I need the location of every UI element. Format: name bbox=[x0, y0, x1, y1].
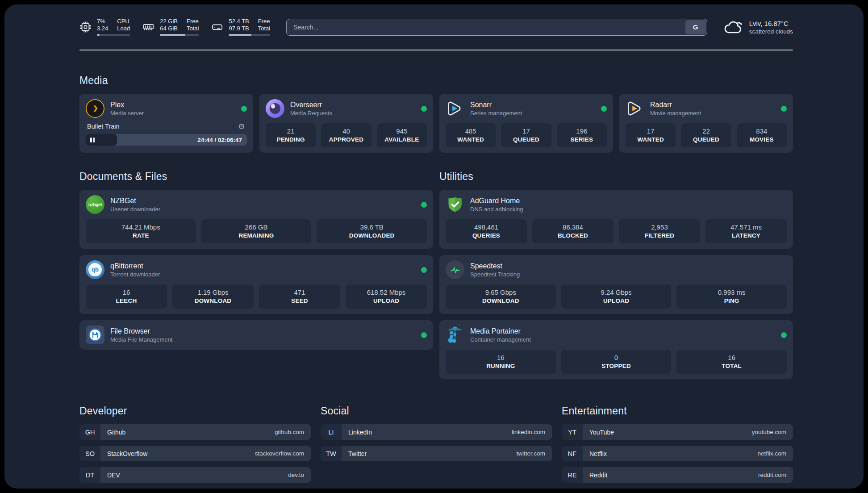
disk-total-label: Total bbox=[258, 25, 270, 32]
stat-label: SERIES bbox=[559, 136, 605, 143]
cpu-label: CPU bbox=[117, 18, 130, 25]
search-input[interactable] bbox=[286, 19, 707, 36]
status-online-dot bbox=[421, 106, 427, 112]
bookmark-github[interactable]: GH Github github.com bbox=[79, 424, 311, 440]
stat-value: 86,384 bbox=[534, 223, 612, 231]
bookmark-abbr: RE bbox=[562, 467, 583, 483]
speedtest-icon bbox=[446, 260, 464, 279]
adguard-icon bbox=[446, 195, 464, 214]
stat-running: 16 RUNNING bbox=[446, 350, 556, 374]
disk-progress bbox=[229, 34, 270, 36]
app-card-plex[interactable]: Plex Media server Bullet Train bbox=[79, 94, 253, 153]
disk-stat: 52.4 TB 97.9 TB Free Total bbox=[211, 18, 270, 36]
pause-icon bbox=[90, 138, 95, 142]
stat-label: PING bbox=[678, 297, 785, 304]
stat-label: WANTED bbox=[447, 136, 494, 143]
bookmark-stackoverflow[interactable]: SO StackOverflow stackoverflow.com bbox=[79, 446, 311, 461]
bookmark-linkedin[interactable]: LI LinkedIn linkedin.com bbox=[321, 424, 552, 440]
bookmark-abbr: SO bbox=[79, 446, 100, 461]
app-description: DNS and adblocking bbox=[470, 206, 523, 213]
app-card-sonarr[interactable]: Sonarr Series management 485 WANTED 17 Q… bbox=[439, 94, 613, 153]
stat-value: 1.19 Gbps bbox=[174, 288, 252, 296]
app-card-adguard[interactable]: AdGuard Home DNS and adblocking 498,461 … bbox=[439, 190, 793, 249]
cpu-load-value: 3.24 bbox=[97, 25, 108, 32]
bookmark-name: Reddit bbox=[589, 472, 607, 479]
app-description: Movie management bbox=[650, 110, 701, 117]
bookmark-netflix[interactable]: NF Netflix netflix.com bbox=[562, 446, 793, 461]
stat-label: SEED bbox=[261, 297, 338, 304]
ram-free-label: Free bbox=[187, 18, 199, 25]
app-card-speedtest[interactable]: Speedtest Speedtest Tracking 9.65 Gbps D… bbox=[439, 255, 793, 314]
app-description: Media Requests bbox=[290, 110, 332, 117]
stat-label: DOWNLOADED bbox=[318, 232, 425, 239]
ram-free-value: 22 GiB bbox=[160, 18, 178, 25]
stat-value: 9.24 Gbps bbox=[563, 288, 670, 296]
bookmark-reddit[interactable]: RE Reddit reddit.com bbox=[562, 467, 793, 483]
weather-location: Lviv, 16.87°C bbox=[749, 20, 793, 27]
stat-value: 17 bbox=[627, 127, 674, 135]
overseerr-icon bbox=[266, 99, 284, 118]
portainer-icon bbox=[446, 326, 464, 344]
bookmark-twitter[interactable]: TW Twitter twitter.com bbox=[321, 446, 552, 461]
stat-value: 945 bbox=[379, 127, 425, 135]
app-description: Container management bbox=[470, 336, 531, 343]
stat-value: 0 bbox=[563, 354, 670, 361]
stat-value: 498,461 bbox=[447, 223, 525, 231]
search-engine-button[interactable]: G bbox=[685, 20, 706, 34]
stat-label: LATENCY bbox=[707, 232, 785, 239]
bookmark-name: Netflix bbox=[589, 450, 607, 457]
stat-label: STOPPED bbox=[563, 363, 670, 369]
section-title-documents: Documents & Files bbox=[79, 171, 433, 183]
stat-value: 2,953 bbox=[621, 223, 698, 231]
app-card-nzbget[interactable]: nzbget NZBGet Usenet downloader 744.21 M… bbox=[79, 190, 433, 249]
cpu-progress bbox=[97, 34, 130, 36]
bookmark-name: DEV bbox=[107, 472, 120, 479]
app-card-radarr[interactable]: Radarr Movie management 17 WANTED 22 QUE… bbox=[619, 94, 793, 153]
disk-free-value: 52.4 TB bbox=[229, 18, 249, 25]
nzbget-icon: nzbget bbox=[86, 195, 104, 214]
stat-latency: 47.571 ms LATENCY bbox=[705, 219, 787, 243]
radarr-icon bbox=[626, 99, 644, 118]
entertainment-column: Entertainment YT YouTube youtube.com NF … bbox=[562, 405, 793, 483]
stat-label: APPROVED bbox=[323, 136, 369, 143]
stat-ping: 0.993 ms PING bbox=[676, 284, 787, 309]
stat-value: 834 bbox=[739, 127, 785, 135]
stat-queries: 498,461 QUERIES bbox=[446, 219, 527, 243]
stat-pending: 21 PENDING bbox=[266, 123, 316, 147]
weather-condition: scattered clouds bbox=[749, 28, 793, 35]
app-card-portainer[interactable]: Media Portainer Container management 16 … bbox=[439, 320, 793, 379]
ram-progress bbox=[160, 34, 199, 36]
stat-rate: 744.21 Mbps RATE bbox=[86, 219, 196, 243]
app-card-filebrowser[interactable]: File Browser Media File Management bbox=[79, 320, 433, 350]
stat-label: FILTERED bbox=[621, 232, 698, 239]
disk-icon bbox=[211, 21, 223, 33]
plex-icon bbox=[86, 99, 104, 118]
developer-column: Developer GH Github github.com SO StackO… bbox=[79, 405, 311, 483]
stat-leech: 16 LEECH bbox=[86, 284, 167, 309]
stat-blocked: 86,384 BLOCKED bbox=[532, 219, 613, 243]
gear-icon[interactable] bbox=[238, 122, 246, 130]
stat-wanted: 485 WANTED bbox=[446, 123, 496, 147]
disk-free-label: Free bbox=[258, 18, 270, 25]
ram-total-label: Total bbox=[187, 25, 199, 32]
stat-label: PENDING bbox=[267, 136, 314, 143]
app-card-qbittorrent[interactable]: qb qBittorrent Torrent downloader 16 bbox=[79, 255, 433, 314]
stat-label: LEECH bbox=[88, 297, 165, 304]
bookmark-youtube[interactable]: YT YouTube youtube.com bbox=[562, 424, 793, 440]
app-name: Overseerr bbox=[290, 101, 332, 109]
stat-label: REMAINING bbox=[203, 232, 310, 239]
app-name: Radarr bbox=[650, 101, 701, 109]
section-title-entertainment: Entertainment bbox=[562, 405, 793, 417]
ram-stat: 22 GiB 64 GiB Free Total bbox=[142, 18, 199, 36]
stat-label: RUNNING bbox=[447, 363, 554, 369]
stat-remaining: 266 GB REMAINING bbox=[201, 219, 312, 243]
qbittorrent-icon: qb bbox=[86, 260, 104, 279]
bookmark-dev[interactable]: DT DEV dev.to bbox=[79, 467, 311, 483]
stat-value: 744.21 Mbps bbox=[88, 223, 194, 231]
app-card-overseerr[interactable]: Overseerr Media Requests 21 PENDING 40 A… bbox=[259, 94, 433, 153]
bookmark-abbr: DT bbox=[79, 467, 100, 483]
system-stats: 7% 3.24 CPU Load bbox=[79, 18, 270, 36]
app-name: File Browser bbox=[110, 327, 172, 335]
bookmark-name: Twitter bbox=[348, 450, 367, 457]
weather-widget: Lviv, 16.87°C scattered clouds bbox=[723, 20, 793, 35]
